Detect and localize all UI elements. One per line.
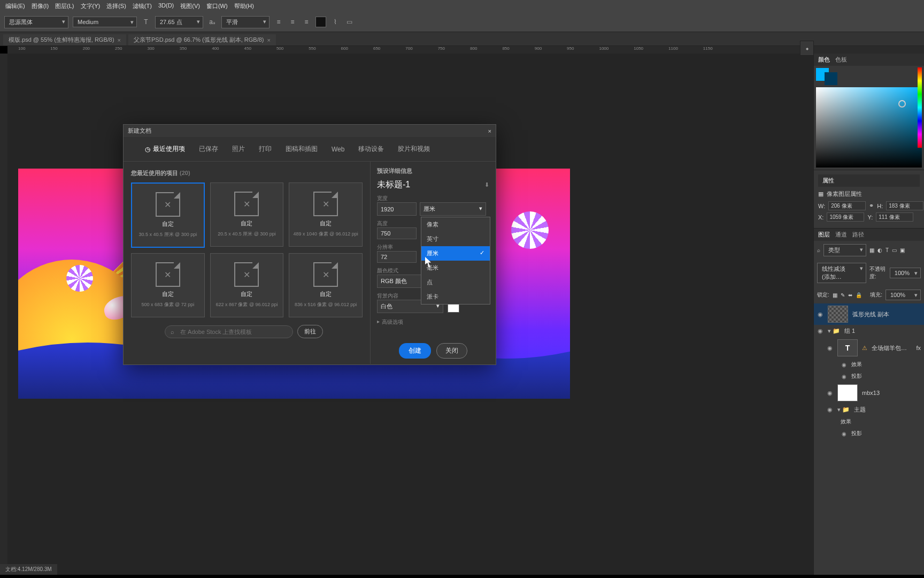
lock-icon[interactable]: ▦ <box>833 292 837 298</box>
preset-card[interactable]: ✕自定20.5 x 40.5 厘米 @ 300 ppi <box>210 182 284 247</box>
layer-name[interactable]: mbx13 <box>862 390 880 396</box>
filter-image-icon[interactable]: ▦ <box>869 247 874 253</box>
preset-card[interactable]: ✕自定30.5 x 40.5 厘米 @ 300 ppi <box>131 182 205 248</box>
menu-type[interactable]: 文字(Y) <box>81 2 101 10</box>
tab-properties[interactable]: 属性 <box>822 177 834 185</box>
tab-channels[interactable]: 通道 <box>835 231 847 239</box>
close-icon[interactable]: × <box>488 128 491 134</box>
menu-select[interactable]: 选择(S) <box>106 2 126 10</box>
menu-help[interactable]: 帮助(H) <box>234 2 254 10</box>
lock-icon[interactable]: ⬌ <box>848 292 852 298</box>
text-color-swatch[interactable] <box>315 17 326 27</box>
tab-recent[interactable]: ◷最近使用项 <box>140 142 190 156</box>
prop-width[interactable] <box>828 201 866 210</box>
create-button[interactable]: 创建 <box>399 343 431 359</box>
document-name-field[interactable]: 未标题-1 <box>377 179 410 191</box>
tab-web[interactable]: Web <box>326 142 350 156</box>
search-icon[interactable]: ⌕ <box>817 247 820 253</box>
menu-view[interactable]: 视图(V) <box>180 2 200 10</box>
document-tab-2[interactable]: 父亲节PSD.psd @ 66.7% (弧形光线 副本, RGB/8)× <box>128 34 276 45</box>
layer-name[interactable]: 主题 <box>854 406 866 414</box>
layer-item[interactable]: ◉▾ 📁主题 <box>814 404 924 416</box>
background-color[interactable] <box>825 72 837 85</box>
font-family-select[interactable]: 思源黑体 <box>4 16 68 28</box>
tab-film[interactable]: 胶片和视频 <box>392 142 435 156</box>
menu-image[interactable]: 图像(I) <box>32 2 49 10</box>
unit-option-mm[interactable]: 毫米 <box>421 261 490 275</box>
preset-card[interactable]: ✕自定489 x 1040 像素 @ 96.012 ppi <box>289 182 363 247</box>
visibility-icon[interactable]: ◉ <box>827 390 833 397</box>
opacity-input[interactable]: 100% <box>890 268 921 278</box>
preset-card[interactable]: ✕自定622 x 867 像素 @ 96.012 ppi <box>210 253 284 317</box>
filter-type-icon[interactable]: T <box>886 247 889 253</box>
tab-art[interactable]: 图稿和插图 <box>280 142 323 156</box>
unit-option-inches[interactable]: 英寸 <box>421 232 490 246</box>
lock-icon[interactable]: 🔒 <box>856 292 862 298</box>
link-icon[interactable]: ⚭ <box>869 202 874 209</box>
align-left-icon[interactable]: ≡ <box>274 17 283 27</box>
visibility-icon[interactable]: ◉ <box>817 311 823 318</box>
paragraph-panel-icon[interactable]: ▭ <box>344 17 354 27</box>
visibility-icon[interactable]: ◉ <box>817 328 823 334</box>
unit-option-picas[interactable]: 派卡 <box>421 290 490 304</box>
unit-option-points[interactable]: 点 <box>421 275 490 290</box>
prop-height[interactable] <box>886 201 923 210</box>
layer-item[interactable]: ◉▾ 📁组 1 <box>814 325 924 337</box>
tab-paths[interactable]: 路径 <box>852 231 864 239</box>
menu-window[interactable]: 窗口(W) <box>206 2 228 10</box>
height-input[interactable] <box>377 227 417 239</box>
stock-go-button[interactable]: 前往 <box>297 325 323 338</box>
layer-name[interactable]: 弧形光线 副本 <box>852 310 889 318</box>
unit-option-pixels[interactable]: 像素 <box>421 217 490 232</box>
preset-card[interactable]: ✕自定836 x 516 像素 @ 96.012 ppi <box>289 253 363 317</box>
save-preset-icon[interactable]: ⬇ <box>484 181 489 188</box>
tab-mobile[interactable]: 移动设备 <box>353 142 389 156</box>
layer-fx[interactable]: ◉投影 <box>814 428 924 439</box>
stock-search-input[interactable] <box>165 325 293 338</box>
tab-photo[interactable]: 照片 <box>227 142 250 156</box>
filter-adjust-icon[interactable]: ◐ <box>877 247 882 253</box>
layer-item[interactable]: ◉mbx13 <box>814 382 924 404</box>
tab-layers[interactable]: 图层 <box>818 231 830 239</box>
warp-text-icon[interactable]: ⌇ <box>330 17 340 27</box>
layer-fx[interactable]: ◉效果 <box>814 359 924 370</box>
layer-item[interactable]: ◉T⚠全场烟羊包…fx <box>814 337 924 359</box>
layer-fx[interactable]: 效果 <box>814 416 924 428</box>
align-right-icon[interactable]: ≡ <box>302 17 311 27</box>
prop-x[interactable] <box>827 212 864 222</box>
close-button[interactable]: 关闭 <box>436 343 467 359</box>
menu-edit[interactable]: 编辑(E) <box>5 2 25 10</box>
layer-name[interactable]: 组 1 <box>844 327 855 335</box>
color-picker[interactable] <box>816 87 922 168</box>
resolution-input[interactable] <box>377 251 417 263</box>
layer-name[interactable]: 全场烟羊包… <box>872 344 907 352</box>
visibility-icon[interactable]: ◉ <box>841 362 847 368</box>
width-unit-select[interactable]: 厘米▾ <box>420 202 486 216</box>
close-tab-icon[interactable]: × <box>118 37 121 43</box>
tab-color[interactable]: 颜色 <box>818 56 830 64</box>
width-input[interactable] <box>377 202 417 216</box>
hue-slider[interactable] <box>918 67 922 148</box>
layer-fx[interactable]: ◉投影 <box>814 370 924 382</box>
main-menu[interactable]: 编辑(E) 图像(I) 图层(L) 文字(Y) 选择(S) 滤镜(T) 3D(D… <box>0 0 924 12</box>
tab-swatches[interactable]: 色板 <box>835 56 847 64</box>
visibility-icon[interactable]: ◉ <box>841 431 847 437</box>
blend-mode-select[interactable]: 线性减淡 (添加… <box>817 263 866 283</box>
prop-y[interactable] <box>876 212 913 222</box>
tab-print[interactable]: 打印 <box>253 142 277 156</box>
tab-saved[interactable]: 已保存 <box>194 142 224 156</box>
preset-card[interactable]: ✕自定500 x 683 像素 @ 72 ppi <box>131 253 205 317</box>
visibility-icon[interactable]: ◉ <box>841 374 847 379</box>
document-tab-1[interactable]: 模版.psd @ 55% (生鲜特惠海报, RGB/8)× <box>3 34 126 45</box>
font-size-input[interactable]: 27.65 点 <box>155 16 203 28</box>
menu-layer[interactable]: 图层(L) <box>55 2 74 10</box>
fill-input[interactable]: 100% <box>886 290 921 300</box>
antialias-select[interactable]: 平滑 <box>221 16 270 28</box>
menu-3d[interactable]: 3D(D) <box>158 2 174 10</box>
fx-badge[interactable]: fx <box>916 345 921 351</box>
panel-icon[interactable]: ⬥ <box>800 41 814 56</box>
font-weight-select[interactable]: Medium <box>73 17 137 27</box>
filter-smart-icon[interactable]: ▣ <box>900 247 905 253</box>
visibility-icon[interactable]: ◉ <box>827 406 833 413</box>
unit-option-cm[interactable]: 厘米✓ <box>421 246 490 261</box>
